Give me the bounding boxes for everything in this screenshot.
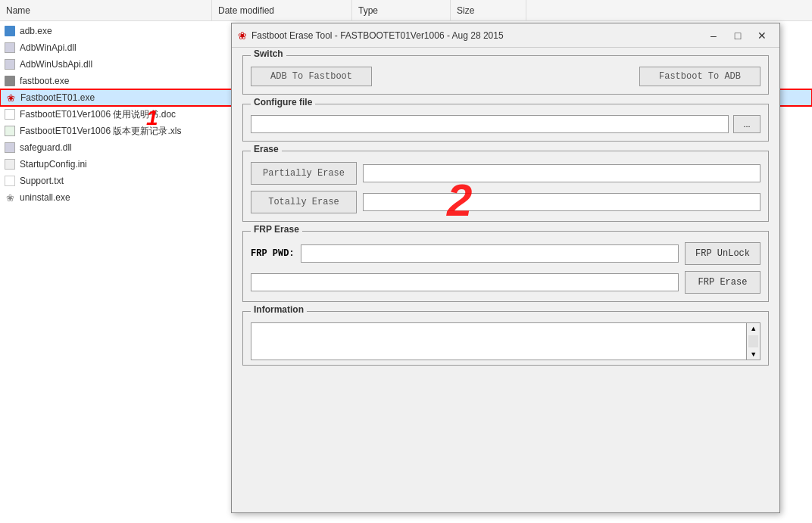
- frp-status-input[interactable]: [251, 273, 679, 291]
- switch-group: Switch ADB To Fastboot Fastboot To ADB: [242, 55, 769, 95]
- txt-icon: [3, 175, 17, 187]
- frp-erase-group: FRP Erase FRP PWD: FRP UnLock FRP Erase: [242, 231, 769, 302]
- huawei-title-icon: ❀: [238, 30, 247, 42]
- adb-to-fastboot-button[interactable]: ADB To Fastboot: [251, 67, 372, 86]
- ini-icon: [3, 158, 17, 170]
- totally-erase-input[interactable]: [363, 193, 760, 211]
- dll-icon: [3, 42, 17, 54]
- partially-erase-input[interactable]: [363, 164, 760, 182]
- window-titlebar: ❀ Fastboot Erase Tool - FASTBOOTET01Ver1…: [232, 23, 779, 48]
- information-group: Information ▲ ▼: [242, 311, 769, 366]
- maximize-button[interactable]: □: [726, 26, 749, 45]
- configure-file-group: Configure file ...: [242, 104, 769, 142]
- info-group-label: Information: [251, 304, 307, 315]
- browse-button[interactable]: ...: [733, 115, 760, 133]
- config-group-label: Configure file: [251, 97, 315, 107]
- frp-unlock-button[interactable]: FRP UnLock: [685, 242, 760, 265]
- partially-erase-button[interactable]: Partially Erase: [251, 162, 357, 185]
- window-title: Fastboot Erase Tool - FASTBOOTET01Ver100…: [251, 30, 702, 41]
- fastboot-to-adb-button[interactable]: Fastboot To ADB: [639, 67, 760, 86]
- totally-erase-row: Totally Erase: [251, 191, 760, 213]
- xls-icon: [3, 125, 17, 137]
- col-header-name: Name: [0, 0, 212, 20]
- scrollbar-down[interactable]: ▼: [747, 349, 760, 360]
- frp-erase-button[interactable]: FRP Erase: [685, 271, 760, 294]
- erase-group-label: Erase: [251, 144, 282, 154]
- switch-group-label: Switch: [251, 48, 286, 59]
- exe-icon: [3, 25, 17, 37]
- window-controls: – □ ✕: [702, 26, 773, 45]
- huawei-gray-icon: ❀: [3, 191, 17, 204]
- dll-icon: [3, 142, 17, 154]
- information-textarea[interactable]: [251, 322, 747, 360]
- exe-icon: [3, 75, 17, 87]
- config-file-input[interactable]: [251, 115, 729, 133]
- minimize-button[interactable]: –: [702, 26, 725, 45]
- frp-pwd-label: FRP PWD:: [251, 248, 295, 259]
- frp-pwd-row: FRP PWD: FRP UnLock: [251, 242, 760, 265]
- erase-group: Erase Partially Erase Totally Erase: [242, 151, 769, 222]
- annotation-number-1: 1: [146, 106, 158, 130]
- col-header-type: Type: [352, 0, 451, 20]
- frp-status-row: FRP Erase: [251, 271, 760, 294]
- huawei-icon: ❀: [4, 92, 17, 104]
- col-header-date: Date modified: [212, 0, 352, 20]
- window-content: Switch ADB To Fastboot Fastboot To ADB C…: [232, 48, 779, 512]
- close-button[interactable]: ✕: [751, 26, 773, 45]
- frp-group-label: FRP Erase: [251, 224, 302, 235]
- partially-erase-row: Partially Erase: [251, 162, 760, 185]
- col-header-size: Size: [451, 0, 526, 20]
- frp-pwd-input[interactable]: [301, 244, 679, 263]
- scrollbar-up[interactable]: ▲: [747, 323, 760, 334]
- tool-window: ❀ Fastboot Erase Tool - FASTBOOTET01Ver1…: [231, 23, 780, 513]
- doc-icon: [3, 108, 17, 120]
- explorer-header: Name Date modified Type Size: [0, 0, 812, 21]
- totally-erase-button[interactable]: Totally Erase: [251, 191, 357, 213]
- dll-icon: [3, 58, 17, 70]
